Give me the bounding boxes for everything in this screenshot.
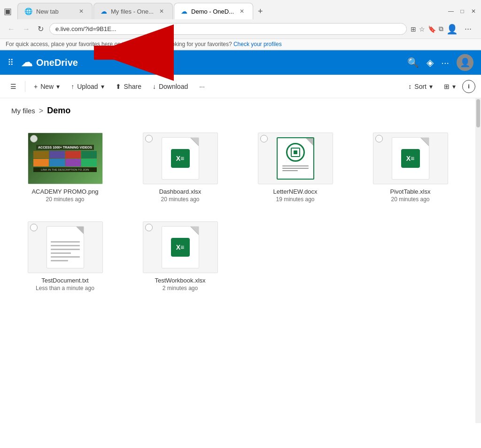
check-profiles-link[interactable]: Check your profiles: [233, 41, 282, 47]
xlsx-badge-workbook: X≡: [171, 238, 190, 257]
file-item-test-workbook[interactable]: X≡ TestWorkbook.xlsx 2 minutes ago: [126, 216, 234, 297]
profile-icon[interactable]: 👤: [446, 24, 458, 35]
info-button[interactable]: i: [462, 80, 475, 93]
header-actions: 🔍 ◈ ··· 👤: [407, 54, 473, 71]
file-name-test-workbook: TestWorkbook.xlsx: [155, 277, 205, 284]
main-content: My files > Demo ACCESS 1000+ TRAINING VI…: [0, 98, 475, 423]
myfiles-tab-icon: ☁: [101, 8, 107, 15]
toolbar-right: ↕ Sort ▾ ⊞ ▾ i: [403, 80, 475, 93]
scroll-thumb[interactable]: [476, 99, 480, 127]
tab-bar: 🌐 New tab ✕ ☁ My files - One... ✕ ☁ Demo…: [14, 3, 445, 19]
file-time-dashboard: 20 minutes ago: [161, 196, 199, 203]
file-select-overlay-4: [375, 135, 383, 142]
upload-button[interactable]: ↑ Upload ▾: [66, 80, 109, 93]
file-item-dashboard[interactable]: X≡ Dashboard.xlsx 20 minutes ago: [126, 127, 234, 208]
file-time-test-workbook: 2 minutes ago: [163, 285, 198, 291]
file-name-letter-new: LetterNEW.docx: [273, 188, 318, 195]
new-icon: +: [34, 83, 38, 90]
file-select-overlay-6: [145, 224, 153, 231]
file-time-pivot-table: 20 minutes ago: [391, 196, 429, 203]
user-avatar[interactable]: 👤: [457, 54, 473, 71]
file-item-academy-promo[interactable]: ACCESS 1000+ TRAINING VIDEOS: [11, 127, 119, 208]
file-select-overlay: [30, 135, 38, 142]
file-thumb-dashboard: X≡: [143, 133, 218, 184]
forward-button[interactable]: →: [21, 23, 32, 35]
apps-grid-icon[interactable]: ⠿: [8, 57, 14, 68]
file-item-pivot-table[interactable]: X≡ PivotTable.xlsx 20 minutes ago: [357, 127, 464, 208]
file-select-overlay-5: [30, 224, 38, 231]
tab-new-tab[interactable]: 🌐 New tab ✕: [17, 3, 93, 19]
back-button[interactable]: ←: [6, 23, 17, 35]
new-tab-label: New tab: [36, 8, 59, 15]
xlsx-badge-pivot: X≡: [401, 149, 420, 168]
download-label: Download: [159, 83, 188, 90]
file-time-letter-new: 19 minutes ago: [276, 196, 314, 203]
sort-chevron-icon: ▾: [429, 83, 433, 90]
hamburger-icon: ☰: [10, 83, 16, 90]
breadcrumb-myfiles-link[interactable]: My files: [11, 107, 35, 115]
favorites-icon[interactable]: ☆: [419, 25, 425, 33]
close-demo-tab-button[interactable]: ✕: [238, 7, 246, 16]
cloud-logo-icon: ☁: [21, 56, 32, 69]
close-window-button[interactable]: ✕: [470, 8, 477, 15]
file-thumb-letter-new: [258, 133, 333, 184]
more-actions-icon: ···: [199, 83, 205, 90]
reading-view-icon[interactable]: 🔖: [428, 25, 436, 33]
view-button[interactable]: ⊞ ▾: [439, 80, 460, 93]
new-tab-icon: 🌐: [24, 8, 32, 15]
download-button[interactable]: ↓ Download: [148, 80, 193, 93]
file-time-test-document: Less than a minute ago: [36, 285, 94, 291]
more-actions-button[interactable]: ···: [194, 80, 209, 93]
browser-chrome: ▣ 🌐 New tab ✕ ☁ My files - One... ✕ ☁ De…: [0, 0, 481, 50]
premium-icon[interactable]: ◈: [427, 57, 434, 68]
share-button[interactable]: ⬆ Share: [111, 80, 146, 93]
file-thumb-academy-promo: ACCESS 1000+ TRAINING VIDEOS: [28, 133, 103, 184]
file-item-test-document[interactable]: TestDocument.txt Less than a minute ago: [11, 216, 119, 297]
collections-icon[interactable]: ⊞: [411, 25, 416, 33]
address-bar[interactable]: e.live.com/?id=9B1E...: [49, 23, 407, 35]
add-tab-button[interactable]: +: [254, 3, 267, 19]
maximize-button[interactable]: □: [458, 8, 466, 15]
favorites-text: For quick access, place your favorites h…: [6, 41, 232, 47]
view-icon: ⊞: [444, 83, 450, 90]
file-select-overlay-3: [260, 135, 268, 142]
browser-menu-button[interactable]: ···: [461, 22, 475, 36]
file-select-overlay-2: [145, 135, 153, 142]
minimize-button[interactable]: —: [447, 8, 455, 15]
tab-myfiles[interactable]: ☁ My files - One... ✕: [93, 3, 173, 19]
search-icon[interactable]: 🔍: [407, 57, 419, 68]
xlsx-badge: X≡: [171, 149, 190, 168]
breadcrumb-current: Demo: [47, 106, 70, 116]
header-more-button[interactable]: ···: [441, 57, 449, 68]
hamburger-menu-button[interactable]: ☰: [6, 80, 21, 93]
refresh-button[interactable]: ↻: [36, 23, 46, 35]
upload-chevron-icon: ▾: [101, 83, 104, 90]
sidebar-icon[interactable]: ▣: [4, 6, 12, 16]
scrollbar[interactable]: [475, 98, 481, 423]
file-name-dashboard: Dashboard.xlsx: [159, 188, 202, 195]
browser-toolbar-icons: ⊞ ☆ 🔖 ⧉ 👤 ···: [411, 22, 475, 36]
xlsx-icon-workbook: X≡: [162, 226, 199, 268]
download-icon: ↓: [153, 83, 156, 90]
collections2-icon[interactable]: ⧉: [439, 25, 443, 33]
xlsx-icon-pivot: X≡: [392, 137, 429, 180]
close-myfiles-tab-button[interactable]: ✕: [157, 7, 166, 16]
favorites-bar: For quick access, place your favorites h…: [0, 39, 481, 50]
file-name-pivot-table: PivotTable.xlsx: [390, 188, 431, 195]
file-thumb-test-document: [28, 221, 103, 273]
file-item-letter-new[interactable]: LetterNEW.docx 19 minutes ago: [241, 127, 349, 208]
toolbar-separator-1: [25, 81, 25, 92]
window-controls: — □ ✕: [447, 8, 477, 15]
new-button[interactable]: + New ▾: [29, 80, 64, 93]
view-chevron-icon: ▾: [452, 83, 456, 90]
tab-demo[interactable]: ☁ Demo - OneD... ✕: [174, 3, 253, 19]
onedrive-header: ⠿ ☁ OneDrive 🔍 ◈ ··· 👤: [0, 50, 481, 75]
file-grid: ACCESS 1000+ TRAINING VIDEOS: [11, 127, 464, 297]
close-new-tab-button[interactable]: ✕: [77, 7, 85, 16]
png-preview-academy: ACCESS 1000+ TRAINING VIDEOS: [28, 133, 102, 184]
share-label: Share: [124, 83, 141, 90]
letter-icon: [277, 137, 314, 180]
info-icon: i: [468, 83, 470, 90]
demo-tab-label: Demo - OneD...: [191, 8, 234, 15]
sort-button[interactable]: ↕ Sort ▾: [403, 80, 437, 93]
